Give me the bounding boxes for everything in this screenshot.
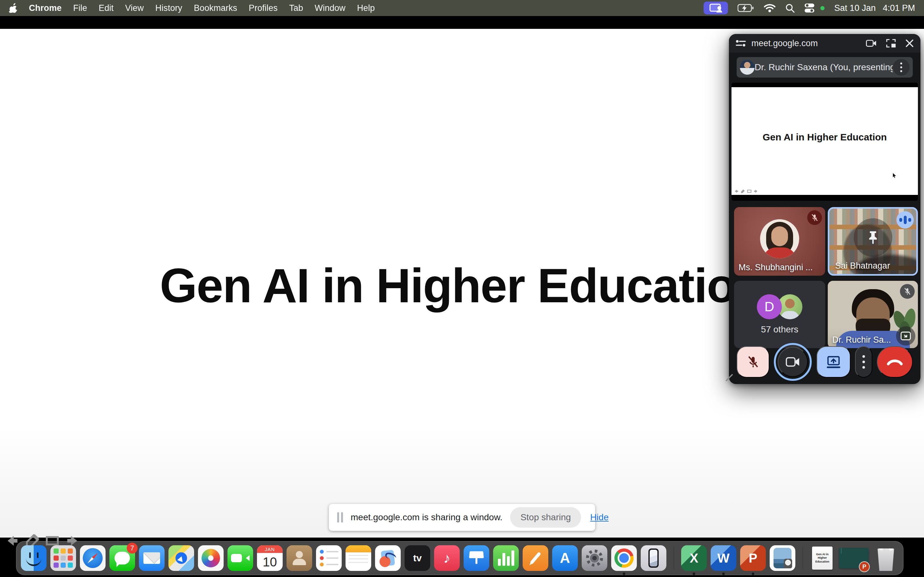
sharing-indicator-icon [337,512,343,522]
menu-bar-clock[interactable]: Sat 10 Jan 4:01 PM [834,3,915,13]
dock-powerpoint[interactable]: P [740,545,766,571]
speaking-indicator-icon [897,211,914,229]
music-note-icon: ♪ [443,550,451,566]
powerpoint-letter: P [749,551,758,566]
dock-notes[interactable] [346,545,371,571]
date-label: Sat 10 Jan [834,3,876,13]
shared-screen-preview[interactable]: Gen AI in Higher Education [732,83,918,201]
sharing-message: meet.google.com is sharing a window. [351,512,502,522]
dock-photos[interactable] [198,545,224,571]
screen-sharing-indicator[interactable] [704,2,728,15]
dock-mail[interactable] [139,545,165,571]
dock-pages[interactable] [523,545,548,571]
dock-excel[interactable]: X [681,545,707,571]
menu-help[interactable]: Help [357,3,375,13]
menu-view[interactable]: View [125,3,144,13]
dock-divider [803,546,803,570]
presenter-avatar [740,60,754,75]
menu-tab[interactable]: Tab [289,3,303,13]
dock-minimized-powerpoint-window[interactable]: P [838,545,869,571]
dock-music[interactable]: ♪ [434,545,460,571]
active-app-name[interactable]: Chrome [29,3,61,13]
dock-messages[interactable]: 7 [110,545,135,571]
participant-tile-ruchir[interactable]: Dr. Ruchir Sa... [828,281,918,348]
word-letter: W [717,551,730,566]
dock-system-settings[interactable] [582,545,607,571]
meet-pip-window[interactable]: meet.google.com Dr. Ruchir Saxena (You, … [729,34,921,384]
menu-history[interactable]: History [155,3,182,13]
menu-edit[interactable]: Edit [99,3,114,13]
banner-more-options-button[interactable] [893,59,909,76]
dock-numbers[interactable] [493,545,519,571]
dock: 7 JAN10 tv ♪ A X W P Gen AI in Higher Ed… [16,541,903,575]
mic-muted-icon [900,284,915,299]
dock-iphone-mirroring[interactable] [641,545,666,571]
dock-freeform[interactable] [375,545,401,571]
close-icon[interactable] [905,39,914,48]
wifi-icon[interactable] [764,3,775,13]
media-controls-icon[interactable] [735,39,746,48]
camera-button-ring [774,343,812,381]
participant-avatar [760,219,799,258]
present-screen-button[interactable] [817,346,851,378]
pip-title-bar[interactable]: meet.google.com [729,34,921,53]
participant-name: Sai Bhatnagar [835,261,890,271]
dock-launchpad[interactable] [50,545,76,571]
dock-word[interactable]: W [711,545,736,571]
mic-muted-icon [807,210,822,225]
dock-facetime[interactable] [228,545,253,571]
dock-trash[interactable] [873,545,899,571]
dock-chrome[interactable] [611,545,637,571]
dock-maps[interactable] [168,545,194,571]
powerpoint-badge: P [859,561,870,572]
menu-window[interactable]: Window [315,3,346,13]
end-call-button[interactable] [877,346,913,378]
presenter-banner[interactable]: Dr. Ruchir Saxena (You, presenting) [737,57,913,77]
dock-divider [674,546,674,570]
dock-safari[interactable] [80,545,105,571]
calendar-day: 10 [257,553,283,571]
mini-next-icon [753,189,758,193]
dock-calendar[interactable]: JAN10 [257,545,283,571]
dock-reminders[interactable] [316,545,342,571]
dock-minimized-document[interactable]: Gen AI in Higher Education [810,545,835,571]
participant-name: Dr. Ruchir Sa... [832,335,891,345]
dock-finder[interactable] [21,545,47,571]
desktop-screen: Gen AI in Higher Education Chrome File E… [0,0,924,577]
back-to-tab-icon[interactable] [886,39,896,48]
menu-bookmarks[interactable]: Bookmarks [194,3,237,13]
dock-preview[interactable] [770,545,795,571]
participant-tile-sai[interactable]: Sai Bhatnagar [828,207,918,276]
call-controls [737,346,913,378]
mic-muted-button[interactable] [737,346,769,378]
dock-keynote[interactable] [464,545,489,571]
remote-cursor-icon [893,173,897,178]
control-center-icon[interactable] [804,3,815,13]
camera-on-button[interactable] [778,347,808,377]
more-options-button[interactable] [855,346,872,378]
participant-tile-shubhangini[interactable]: Ms. Shubhangini ... [734,207,825,276]
stop-sharing-button[interactable]: Stop sharing [510,507,581,528]
dock-contacts[interactable] [286,545,312,571]
spotlight-search-icon[interactable] [785,3,795,13]
mini-pen-icon [740,189,745,193]
apple-logo-icon[interactable] [9,3,17,13]
screen-share-toast: meet.google.com is sharing a window. Sto… [329,504,595,531]
menu-profiles[interactable]: Profiles [249,3,278,13]
menu-file[interactable]: File [73,3,87,13]
overflow-participants-tile[interactable]: D 57 others [734,281,825,348]
menu-bar: Chrome File Edit View History Bookmarks … [0,0,924,16]
dock-app-store[interactable]: A [552,545,578,571]
preview-slide: Gen AI in Higher Education [732,87,918,195]
camera-toggle-icon[interactable] [866,39,877,48]
pinned-icon[interactable] [854,218,892,257]
slide-title: Gen AI in Higher Education [160,258,764,314]
apple-tv-label: tv [413,553,422,564]
gear-icon [585,548,604,568]
mini-previous-icon [734,189,739,193]
dock-apple-tv[interactable]: tv [405,545,430,571]
hide-toast-link[interactable]: Hide [590,512,609,522]
open-pip-icon[interactable] [896,326,915,346]
overflow-avatars: D [757,294,803,319]
battery-icon[interactable] [738,3,754,13]
